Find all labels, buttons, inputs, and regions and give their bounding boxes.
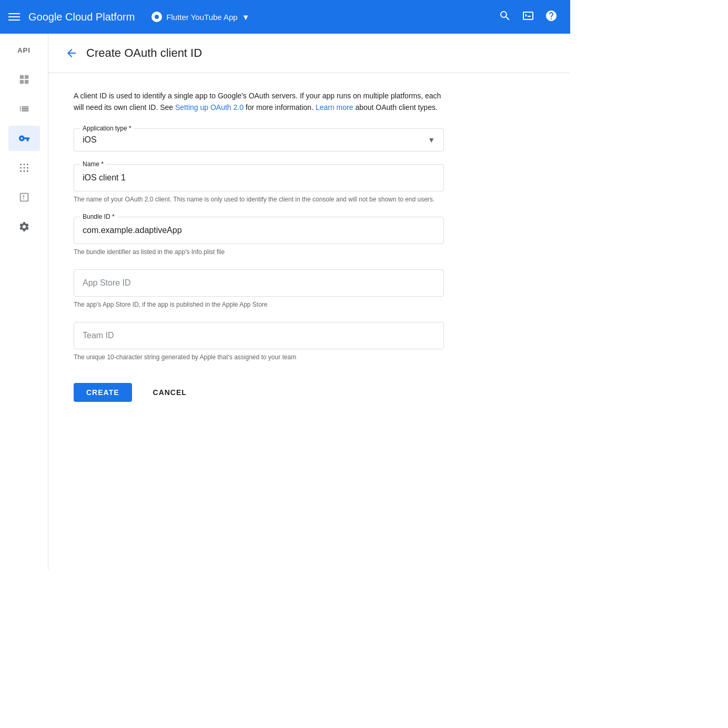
svg-point-4: [23, 167, 25, 169]
application-type-select[interactable]: iOS Android Web application Desktop app: [83, 135, 435, 144]
svg-point-0: [20, 164, 22, 165]
svg-point-5: [27, 167, 28, 169]
team-id-hint: The unique 10-character string generated…: [74, 352, 444, 362]
sidebar: API: [0, 34, 48, 570]
header-icons: [494, 5, 562, 29]
create-button[interactable]: CREATE: [74, 383, 132, 402]
page-title: Create OAuth client ID: [86, 46, 202, 60]
sidebar-item-testing[interactable]: [8, 185, 40, 210]
form-content: A client ID is used to identify a single…: [48, 73, 469, 436]
description: A client ID is used to identify a single…: [74, 90, 444, 114]
bundle-id-field: Bundle ID * The bundle identifier as lis…: [74, 217, 444, 257]
app-store-id-input[interactable]: [83, 276, 435, 290]
team-id-container: [74, 322, 444, 349]
sidebar-item-explorer[interactable]: [8, 155, 40, 180]
sidebar-item-credentials[interactable]: [8, 126, 40, 151]
sidebar-api-label: API: [17, 42, 31, 58]
app-store-id-hint: The app's App Store ID, if the app is pu…: [74, 300, 444, 309]
svg-point-2: [27, 164, 28, 165]
project-name: Flutter YouTube App: [166, 13, 237, 22]
application-type-field: Application type * iOS Android Web appli…: [74, 128, 444, 151]
app-store-id-field: The app's App Store ID, if the app is pu…: [74, 269, 444, 309]
bundle-id-container: Bundle ID *: [74, 217, 444, 244]
app-store-id-container: [74, 269, 444, 297]
svg-point-1: [23, 164, 25, 165]
search-icon[interactable]: [494, 5, 515, 29]
setting-up-link[interactable]: Setting up OAuth 2.0: [175, 103, 244, 112]
menu-icon[interactable]: [8, 13, 20, 21]
name-container: Name *: [74, 164, 444, 191]
bundle-id-label: Bundle ID *: [80, 213, 117, 220]
svg-point-6: [20, 170, 22, 172]
sidebar-item-services[interactable]: [8, 96, 40, 122]
application-type-label: Application type *: [80, 125, 134, 132]
page-header: Create OAuth client ID: [48, 34, 570, 73]
main-content: Create OAuth client ID A client ID is us…: [48, 34, 570, 570]
name-input[interactable]: [83, 171, 435, 185]
project-icon: [151, 12, 162, 22]
sidebar-item-dashboard[interactable]: [8, 67, 40, 92]
cloud-shell-icon[interactable]: [518, 5, 539, 29]
bundle-id-hint: The bundle identifier as listed in the a…: [74, 247, 444, 257]
header-title: Google Cloud Platform: [28, 11, 135, 23]
help-icon[interactable]: [541, 5, 562, 29]
name-label: Name *: [80, 160, 106, 168]
application-type-container: Application type * iOS Android Web appli…: [74, 128, 444, 151]
svg-point-7: [23, 170, 25, 172]
sidebar-item-settings[interactable]: [8, 214, 40, 239]
team-id-input[interactable]: [83, 329, 435, 342]
team-id-field: The unique 10-character string generated…: [74, 322, 444, 362]
svg-point-3: [20, 167, 22, 169]
project-selector[interactable]: Flutter YouTube App ▼: [151, 12, 249, 22]
buttons-row: CREATE CANCEL: [74, 383, 444, 419]
header: Google Cloud Platform Flutter YouTube Ap…: [0, 0, 570, 34]
project-dropdown-icon: ▼: [242, 13, 250, 22]
name-hint: The name of your OAuth 2.0 client. This …: [74, 195, 444, 204]
learn-more-link[interactable]: Learn more: [316, 103, 353, 112]
bundle-id-input[interactable]: [83, 224, 435, 237]
back-button[interactable]: [65, 47, 78, 59]
name-field: Name * The name of your OAuth 2.0 client…: [74, 164, 444, 204]
svg-point-8: [27, 170, 28, 172]
cancel-button[interactable]: CANCEL: [140, 383, 199, 402]
